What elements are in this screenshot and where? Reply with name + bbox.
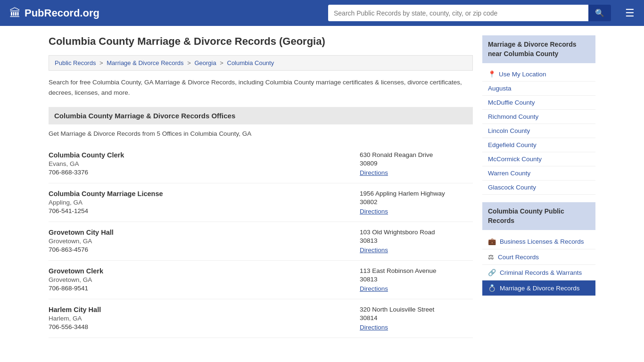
search-input[interactable] <box>328 5 588 21</box>
list-item: McDuffie County <box>482 96 595 110</box>
office-city: Evans, GA <box>49 160 360 167</box>
breadcrumb-sep-1: > <box>99 59 105 66</box>
table-row: Columbia County Marriage License Appling… <box>49 183 473 222</box>
page-description: Search for free Columbia County, GA Marr… <box>49 77 473 98</box>
logo-icon: 🏛 <box>9 7 21 20</box>
scales-icon: ⚖ <box>488 253 494 261</box>
page-title: Columbia County Marriage & Divorce Recor… <box>49 35 473 48</box>
office-zip: 30802 <box>360 198 473 206</box>
list-item: Edgefield County <box>482 138 595 152</box>
office-city: Grovetown, GA <box>49 276 360 283</box>
office-zip: 30809 <box>360 160 473 167</box>
office-address: 103 Old Wrightsboro Road <box>360 229 473 236</box>
nearby-link-mccormick[interactable]: McCormick County <box>488 156 542 163</box>
list-item: 💍 Marriage & Divorce Records <box>482 280 595 296</box>
office-right: 630 Ronald Reagan Drive 30809 Directions <box>360 151 473 176</box>
nearby-link-augusta[interactable]: Augusta <box>488 85 512 92</box>
records-link-court[interactable]: Court Records <box>498 254 539 261</box>
briefcase-icon: 💼 <box>488 238 496 245</box>
logo-text: PubRecord.org <box>25 7 99 19</box>
location-pin-icon: 📍 <box>488 70 496 78</box>
nearby-link-lincoln[interactable]: Lincoln County <box>488 127 530 134</box>
table-row: Columbia County Clerk Evans, GA 706-868-… <box>49 145 473 183</box>
office-name: Grovetown Clerk <box>49 267 360 275</box>
menu-button[interactable]: ☰ <box>625 7 635 19</box>
search-button[interactable]: 🔍 <box>588 5 611 21</box>
office-left: Columbia County Clerk Evans, GA 706-868-… <box>49 151 360 176</box>
nearby-link-edgefield[interactable]: Edgefield County <box>488 141 537 148</box>
list-item: 🔗 Criminal Records & Warrants <box>482 265 595 280</box>
list-item: 💼 Business Licenses & Records <box>482 234 595 249</box>
office-zip: 30813 <box>360 276 473 283</box>
office-list: Columbia County Clerk Evans, GA 706-868-… <box>49 145 473 338</box>
office-address: 630 Ronald Reagan Drive <box>360 151 473 158</box>
office-phone: 706-868-9541 <box>49 285 360 292</box>
rings-icon: 💍 <box>488 284 496 292</box>
office-right: 320 North Louisville Street 30814 Direct… <box>360 306 473 331</box>
list-item: Warren County <box>482 166 595 181</box>
use-location-label: Use My Location <box>499 71 546 78</box>
table-row: Grovetown City Hall Grovetown, GA 706-86… <box>49 222 473 261</box>
table-row: Grovetown Clerk Grovetown, GA 706-868-95… <box>49 261 473 299</box>
nearby-link-mcduffie[interactable]: McDuffie County <box>488 99 535 106</box>
records-link-business[interactable]: Business Licenses & Records <box>500 238 584 245</box>
list-item: Lincoln County <box>482 124 595 138</box>
site-header: 🏛 PubRecord.org 🔍 ☰ <box>0 0 644 26</box>
public-records-section-header: Columbia County Public Records <box>482 202 595 230</box>
nearby-link-richmond[interactable]: Richmond County <box>488 113 538 120</box>
breadcrumb-columbia-county[interactable]: Columbia County <box>227 59 274 66</box>
office-address: 320 North Louisville Street <box>360 306 473 313</box>
list-item: Richmond County <box>482 110 595 124</box>
office-name: Harlem City Hall <box>49 306 360 313</box>
use-location-item[interactable]: 📍 Use My Location <box>482 67 595 82</box>
office-phone: 706-863-4576 <box>49 246 360 253</box>
breadcrumb-sep-2: > <box>187 59 192 66</box>
office-left: Grovetown Clerk Grovetown, GA 706-868-95… <box>49 267 360 292</box>
directions-link[interactable]: Directions <box>360 324 388 331</box>
office-left: Harlem City Hall Harlem, GA 706-556-3448 <box>49 306 360 331</box>
breadcrumb-marriage-divorce[interactable]: Marriage & Divorce Records <box>107 59 183 66</box>
breadcrumb-georgia[interactable]: Georgia <box>194 59 216 66</box>
office-city: Harlem, GA <box>49 315 360 322</box>
breadcrumb-public-records[interactable]: Public Records <box>55 59 96 66</box>
office-address: 1956 Appling Harlem Highway <box>360 190 473 197</box>
office-left: Columbia County Marriage License Appling… <box>49 190 360 215</box>
records-link-criminal[interactable]: Criminal Records & Warrants <box>500 269 582 276</box>
office-phone: 706-541-1254 <box>49 207 360 214</box>
office-name: Columbia County Marriage License <box>49 190 360 197</box>
records-link-marriage[interactable]: Marriage & Divorce Records <box>500 285 580 292</box>
content-area: Columbia County Marriage & Divorce Recor… <box>49 35 473 338</box>
logo-link[interactable]: 🏛 PubRecord.org <box>9 7 99 20</box>
office-right: 103 Old Wrightsboro Road 30813 Direction… <box>360 229 473 254</box>
directions-link[interactable]: Directions <box>360 208 388 215</box>
office-name: Grovetown City Hall <box>49 229 360 236</box>
office-zip: 30814 <box>360 314 473 321</box>
table-row: Harlem City Hall Harlem, GA 706-556-3448… <box>49 299 473 338</box>
office-zip: 30813 <box>360 237 473 244</box>
office-right: 1956 Appling Harlem Highway 30802 Direct… <box>360 190 473 215</box>
office-city: Grovetown, GA <box>49 238 360 245</box>
office-left: Grovetown City Hall Grovetown, GA 706-86… <box>49 229 360 254</box>
list-item: ⚖ Court Records <box>482 249 595 265</box>
sidebar: Marriage & Divorce Records near Columbia… <box>482 35 595 338</box>
office-name: Columbia County Clerk <box>49 151 360 159</box>
directions-link[interactable]: Directions <box>360 285 388 292</box>
office-city: Appling, GA <box>49 199 360 206</box>
office-address: 113 East Robinson Avenue <box>360 267 473 274</box>
list-item: Augusta <box>482 82 595 96</box>
nearby-list: 📍 Use My Location Augusta McDuffie Count… <box>482 67 595 195</box>
search-area: 🔍 <box>328 5 611 21</box>
office-phone: 706-868-3376 <box>49 169 360 176</box>
offices-section-header: Columbia County Marriage & Divorce Recor… <box>49 107 473 124</box>
nearby-section-header: Marriage & Divorce Records near Columbia… <box>482 35 595 63</box>
breadcrumb-sep-3: > <box>220 59 225 66</box>
office-right: 113 East Robinson Avenue 30813 Direction… <box>360 267 473 292</box>
office-phone: 706-556-3448 <box>49 323 360 330</box>
list-item: Glascock County <box>482 181 595 195</box>
nearby-link-glascock[interactable]: Glascock County <box>488 184 536 191</box>
records-list: 💼 Business Licenses & Records ⚖ Court Re… <box>482 234 595 296</box>
directions-link[interactable]: Directions <box>360 169 388 176</box>
section-subtext: Get Marriage & Divorce Records from 5 Of… <box>49 130 473 137</box>
nearby-link-warren[interactable]: Warren County <box>488 170 530 177</box>
directions-link[interactable]: Directions <box>360 247 388 254</box>
